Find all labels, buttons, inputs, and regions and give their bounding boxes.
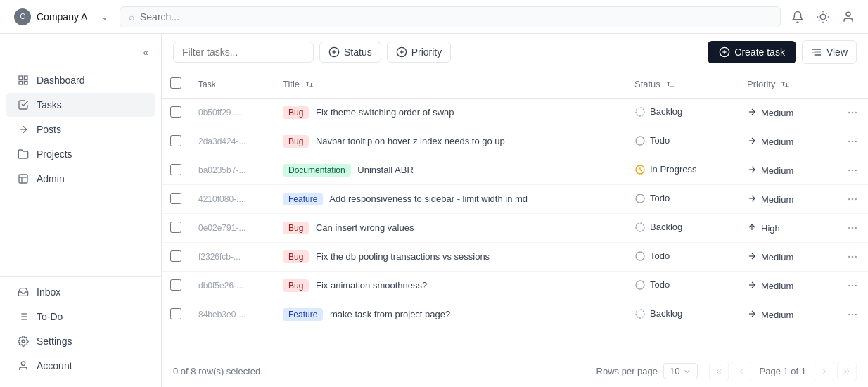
task-tag: Bug — [283, 279, 309, 292]
sidebar-item-label: Posts — [37, 124, 61, 135]
chevron-down-icon — [683, 367, 691, 376]
row-checkbox-cell[interactable] — [162, 272, 190, 300]
sidebar-item-todo[interactable]: To-Do — [6, 305, 155, 329]
title-cell: Bug Fix theme switching order of swap — [274, 99, 626, 127]
row-checkbox-cell[interactable] — [162, 300, 190, 329]
sidebar-item-posts[interactable]: Posts — [6, 118, 155, 141]
actions-cell[interactable] — [837, 243, 868, 272]
first-page-button[interactable] — [709, 362, 729, 381]
row-checkbox[interactable] — [170, 193, 181, 204]
select-all-header[interactable] — [162, 70, 190, 99]
priority-arrow-icon — [747, 280, 757, 292]
actions-cell[interactable] — [837, 127, 868, 156]
actions-cell[interactable] — [837, 185, 868, 214]
status-cell: Backlog — [626, 99, 739, 127]
status-column-header[interactable]: Status — [626, 70, 739, 99]
title-cell: Feature Add responsiveness to sidebar - … — [274, 185, 626, 214]
row-more-button[interactable] — [845, 250, 860, 264]
actions-cell[interactable] — [837, 99, 868, 127]
prev-page-button[interactable] — [732, 362, 751, 381]
view-button[interactable]: View — [802, 40, 857, 64]
user-profile-button[interactable] — [837, 6, 860, 28]
priority-badge: Medium — [747, 194, 793, 205]
row-checkbox-cell[interactable] — [162, 214, 190, 243]
row-checkbox-cell[interactable] — [162, 127, 190, 156]
shield-icon — [17, 172, 30, 185]
actions-column-header — [837, 70, 868, 99]
row-more-button[interactable] — [845, 106, 860, 120]
actions-cell[interactable] — [837, 156, 868, 185]
title-sort[interactable]: Title — [283, 79, 314, 89]
priority-label: Medium — [761, 281, 793, 291]
task-title: Fix animation smoothness? — [316, 280, 427, 291]
sidebar-item-admin[interactable]: Admin — [6, 167, 155, 191]
content-area: Status Priority Create task View — [162, 34, 868, 387]
rows-per-page-select[interactable]: 10 — [663, 363, 697, 379]
next-page-button[interactable] — [815, 362, 834, 381]
priority-badge: Medium — [747, 251, 793, 263]
row-checkbox[interactable] — [170, 222, 181, 233]
row-checkbox[interactable] — [170, 308, 181, 319]
create-task-button[interactable]: Create task — [708, 41, 796, 63]
row-checkbox[interactable] — [170, 250, 181, 262]
collapse-sidebar-button[interactable]: « — [136, 42, 155, 62]
sidebar-item-settings[interactable]: Settings — [6, 329, 155, 353]
folder-icon — [17, 148, 30, 160]
row-checkbox-cell[interactable] — [162, 185, 190, 214]
row-more-button[interactable] — [845, 192, 860, 206]
priority-filter-button[interactable]: Priority — [387, 42, 452, 63]
row-checkbox[interactable] — [170, 135, 181, 146]
search-icon: ⌕ — [129, 11, 134, 23]
last-page-button[interactable] — [837, 362, 857, 381]
view-label: View — [826, 46, 848, 58]
row-more-button[interactable] — [845, 221, 860, 235]
title-column-header[interactable]: Title — [274, 70, 626, 99]
company-selector[interactable]: C Company A ⌄ — [8, 6, 114, 28]
row-checkbox[interactable] — [170, 106, 181, 118]
sidebar-nav: Dashboard Tasks Posts Projects — [0, 65, 161, 276]
row-checkbox[interactable] — [170, 279, 181, 291]
priority-arrow-icon — [747, 222, 757, 234]
status-sort[interactable]: Status — [634, 79, 675, 89]
actions-cell[interactable] — [837, 300, 868, 329]
task-tag: Bug — [283, 222, 309, 234]
row-checkbox-cell[interactable] — [162, 243, 190, 272]
search-box[interactable]: ⌕ — [120, 6, 781, 27]
row-more-button[interactable] — [845, 307, 860, 322]
task-title: Fix the db pooling transactions vs sessi… — [316, 251, 490, 262]
search-input[interactable] — [140, 11, 772, 23]
sidebar-item-projects[interactable]: Projects — [6, 142, 155, 166]
status-badge: Backlog — [634, 308, 682, 319]
status-filter-button[interactable]: Status — [319, 42, 381, 63]
row-checkbox-cell[interactable] — [162, 99, 190, 127]
theme-toggle-button[interactable] — [812, 6, 834, 28]
row-checkbox[interactable] — [170, 164, 181, 175]
filter-tasks-input[interactable] — [173, 42, 314, 63]
status-icon — [634, 193, 646, 204]
sidebar-item-inbox[interactable]: Inbox — [6, 280, 155, 304]
task-id-cell: 2da3d424-... — [190, 127, 274, 156]
actions-cell[interactable] — [837, 272, 868, 300]
actions-cell[interactable] — [837, 214, 868, 243]
sidebar-item-dashboard[interactable]: Dashboard — [6, 68, 155, 92]
row-more-button[interactable] — [845, 134, 860, 148]
svg-line-3 — [819, 13, 819, 13]
svg-point-52 — [636, 194, 644, 203]
sidebar-item-tasks[interactable]: Tasks — [6, 93, 155, 117]
priority-arrow-icon — [747, 136, 757, 148]
table-row: 2da3d424-... Bug Navbar tooltip on hover… — [162, 127, 868, 156]
sidebar-item-account[interactable]: Account — [6, 354, 155, 378]
task-id-cell: 0e02e791-... — [190, 214, 274, 243]
svg-rect-12 — [19, 81, 23, 84]
task-id-cell: 0b50ff29-... — [190, 99, 274, 127]
notifications-button[interactable] — [786, 6, 809, 28]
status-label: Todo — [650, 135, 670, 146]
priority-sort[interactable]: Priority — [747, 79, 789, 89]
status-icon — [634, 164, 646, 175]
select-all-checkbox[interactable] — [170, 77, 181, 89]
status-icon — [634, 106, 646, 118]
row-more-button[interactable] — [845, 163, 860, 177]
row-more-button[interactable] — [845, 279, 860, 293]
priority-column-header[interactable]: Priority — [739, 70, 837, 99]
row-checkbox-cell[interactable] — [162, 156, 190, 185]
